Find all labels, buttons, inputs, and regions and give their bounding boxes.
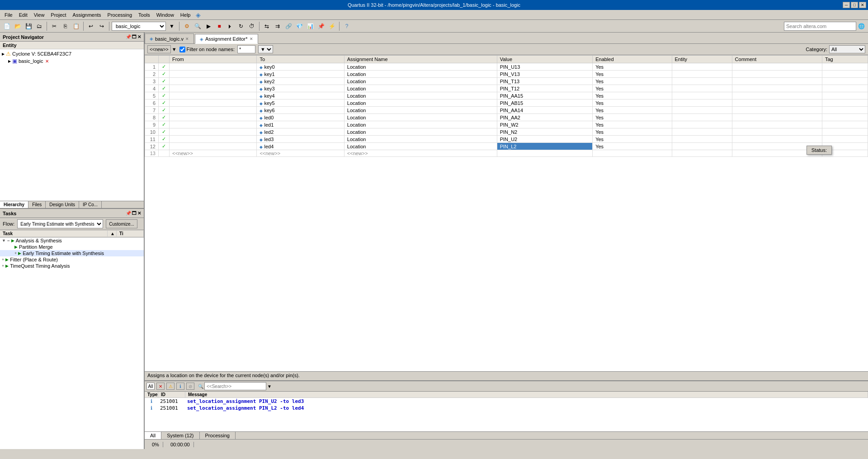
table-row[interactable]: 5✓◆ key4LocationPIN_AA15Yes — [145, 92, 868, 99]
task-row-timing[interactable]: + ▶ Early Timing Estimate with Synthesis — [0, 250, 144, 256]
msg-search-input[interactable] — [204, 382, 266, 390]
nav-restore-icon[interactable]: 🗖 — [132, 34, 137, 39]
timer-button[interactable]: ⏱ — [247, 21, 257, 31]
compile-button[interactable]: ⚙ — [182, 21, 192, 31]
tab-files[interactable]: Files — [28, 201, 46, 208]
tab-basic-logic-v[interactable]: ◈ basic_logic.v ✕ — [145, 33, 194, 43]
customize-button[interactable]: Customize... — [106, 219, 137, 228]
task-row-analysis[interactable]: ▼ − ▶ Analysis & Synthesis — [0, 237, 144, 244]
fitter-button[interactable]: ↻ — [236, 21, 246, 31]
prog2-button[interactable]: ⇉ — [273, 21, 283, 31]
assign-1: Location — [344, 63, 497, 71]
new-assignment-button[interactable]: <<new>> — [147, 45, 171, 53]
flow-label: Flow: — [3, 221, 14, 227]
altera-logo-icon: ◈ — [196, 11, 201, 19]
menu-processing[interactable]: Processing — [105, 11, 135, 19]
cut-button[interactable]: ✂ — [49, 21, 59, 31]
chain-button[interactable]: 🔗 — [283, 21, 293, 31]
menu-file[interactable]: File — [2, 11, 15, 19]
compile2-button[interactable]: ▶ — [203, 21, 213, 31]
tasks-restore-icon[interactable]: 🗖 — [132, 211, 137, 216]
table-row[interactable]: 4✓◆ key3LocationPIN_T12Yes — [145, 85, 868, 92]
msg-info-button[interactable]: ℹ — [176, 383, 184, 390]
prog-button[interactable]: ⇆ — [262, 21, 272, 31]
msg-tab-all[interactable]: All — [145, 432, 161, 439]
minimize-button[interactable]: ─ — [843, 2, 850, 8]
table-row[interactable]: 6✓◆ key5LocationPIN_AB15Yes — [145, 99, 868, 107]
msg-tab-system[interactable]: System (12) — [161, 432, 199, 439]
tasks-close-icon[interactable]: ✕ — [137, 211, 141, 216]
tab-design-units[interactable]: Design Units — [46, 201, 79, 208]
new-dropdown-icon[interactable]: ▼ — [172, 47, 177, 52]
table-row-selected[interactable]: 12✓◆ led4LocationPIN_L2Yes — [145, 143, 868, 150]
category-select[interactable]: All — [829, 45, 865, 53]
msg-row-1[interactable]: ℹ 251001 set_location_assignment PIN_U2 … — [145, 398, 868, 405]
undo-button[interactable]: ↩ — [86, 21, 96, 31]
netlist-button[interactable]: 📊 — [305, 21, 315, 31]
tasks-pin-icon[interactable]: 📌 — [126, 211, 131, 216]
open-button[interactable]: 📂 — [13, 21, 23, 31]
menu-assignments[interactable]: Assignments — [70, 11, 104, 19]
task-row-timequest[interactable]: + ▶ TimeQuest Timing Analysis — [0, 263, 144, 269]
task-row-partition[interactable]: ▶ Partition Merge — [0, 244, 144, 250]
copy-button[interactable]: ⎘ — [60, 21, 70, 31]
project-dropdown[interactable]: basic_logic — [112, 22, 166, 31]
table-row[interactable]: 7✓◆ key6LocationPIN_AA14Yes — [145, 107, 868, 114]
filter-checkbox[interactable] — [179, 47, 185, 52]
menu-window[interactable]: Window — [154, 11, 177, 19]
filter-input[interactable] — [237, 45, 255, 53]
table-row[interactable]: 1✓◆ key0LocationPIN_U13Yes — [145, 63, 868, 71]
close-button[interactable]: ✕ — [859, 2, 866, 8]
flow-select[interactable]: Early Timing Estimate with Synthesis — [17, 219, 103, 228]
tab-close-2-icon[interactable]: ✕ — [250, 37, 253, 41]
msg-tab-processing[interactable]: Processing — [200, 432, 236, 439]
nav-item-cyclone[interactable]: ▶ ⚠ Cyclone V: 5CEBA4F23C7 — [1, 50, 143, 57]
menu-tools[interactable]: Tools — [136, 11, 153, 19]
new-button[interactable]: 📄 — [2, 21, 12, 31]
pin-planner-button[interactable]: 📌 — [316, 21, 326, 31]
msg-row-2[interactable]: ℹ 251001 set_location_assignment PIN_L2 … — [145, 405, 868, 412]
menu-help[interactable]: Help — [178, 11, 193, 19]
search-icon[interactable]: 🌐 — [856, 21, 866, 31]
table-row[interactable]: 10✓◆ led2LocationPIN_N2Yes — [145, 128, 868, 136]
table-row-new[interactable]: 13<<new>><<new>><<new>> — [145, 150, 868, 157]
maximize-button[interactable]: □ — [851, 2, 858, 8]
tab-close-1-icon[interactable]: ✕ — [185, 37, 189, 41]
chip-editor-button[interactable]: 💎 — [294, 21, 304, 31]
tab-hierarchy[interactable]: Hierarchy — [0, 201, 28, 208]
search-input[interactable] — [784, 22, 856, 31]
save-button[interactable]: 💾 — [24, 21, 33, 31]
tab-ip-co[interactable]: IP Co... — [79, 201, 102, 208]
msg-warn-button[interactable]: ⚠ — [166, 383, 175, 390]
menu-edit[interactable]: Edit — [16, 11, 30, 19]
menu-view[interactable]: View — [31, 11, 47, 19]
table-row[interactable]: 2✓◆ key1LocationPIN_V13Yes — [145, 71, 868, 78]
tab-assignment-editor[interactable]: ◈ Assignment Editor* ✕ — [195, 34, 258, 44]
nav-close-icon[interactable]: ✕ — [137, 34, 141, 39]
msg-error-button[interactable]: ✕ — [156, 383, 165, 390]
info-col-header: ▲ — [108, 231, 117, 237]
save-all-button[interactable]: 🗂 — [34, 21, 44, 31]
msg-all-button[interactable]: All — [146, 383, 155, 390]
nav-item-basic-logic[interactable]: ▶ ▣ basic_logic ✕ — [1, 57, 143, 65]
table-row[interactable]: 8✓◆ led0LocationPIN_AA2Yes — [145, 114, 868, 121]
table-row[interactable]: 9✓◆ led1LocationPIN_W2Yes — [145, 121, 868, 128]
run-button[interactable]: ⏵ — [225, 21, 235, 31]
task-row-fitter[interactable]: + ▶ Fitter (Place & Route) — [0, 256, 144, 263]
paste-button[interactable]: 📋 — [71, 21, 81, 31]
msg-suppress-button[interactable]: ⊘ — [186, 383, 194, 390]
help-button[interactable]: ? — [342, 21, 352, 31]
redo-button[interactable]: ↪ — [97, 21, 107, 31]
project-settings-button[interactable]: ▼ — [167, 21, 177, 31]
filter-dropdown[interactable]: ▼ — [258, 45, 273, 53]
stop-button[interactable]: ■ — [214, 21, 224, 31]
msg-content: Type ID Message ℹ 251001 set_location_as… — [145, 392, 868, 431]
menu-project[interactable]: Project — [48, 11, 69, 19]
msg-dropdown-icon[interactable]: ▼ — [267, 384, 272, 389]
analyze-button[interactable]: 🔍 — [193, 21, 203, 31]
nav-pin-icon[interactable]: 📌 — [126, 34, 131, 39]
table-row[interactable]: 3✓◆ key2LocationPIN_T13Yes — [145, 78, 868, 85]
comment-1 — [732, 63, 822, 71]
table-row[interactable]: 11✓◆ led3LocationPIN_U2Yes — [145, 136, 868, 143]
power-button[interactable]: ⚡ — [327, 21, 337, 31]
